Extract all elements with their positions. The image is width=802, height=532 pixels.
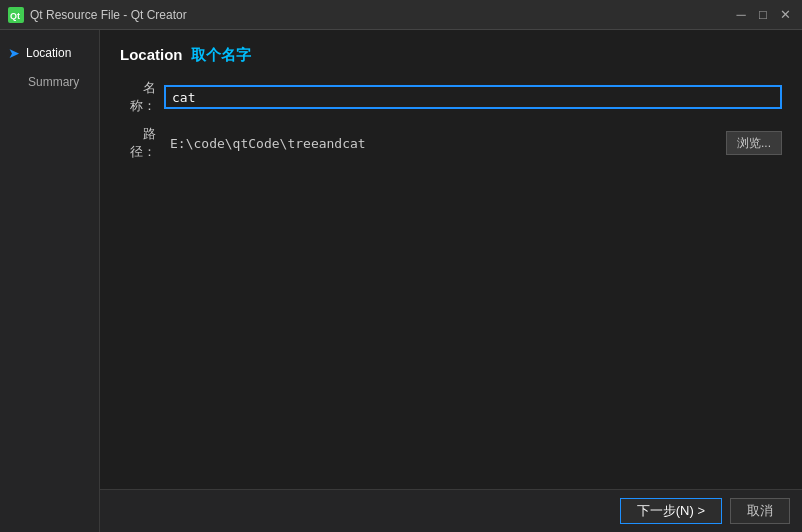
window-title: Qt Resource File - Qt Creator — [30, 8, 187, 22]
main-area: Location 取个名字 名称： 路径： E:\code\qtCode\tre… — [100, 30, 802, 489]
svg-text:Qt: Qt — [10, 11, 20, 21]
sidebar-summary-label: Summary — [28, 75, 79, 89]
page-title-row: Location 取个名字 — [120, 46, 782, 65]
path-value: E:\code\qtCode\treeandcat — [164, 133, 718, 154]
minimize-button[interactable]: ─ — [732, 6, 750, 24]
app-icon: Qt — [8, 7, 24, 23]
name-input[interactable] — [164, 85, 782, 109]
next-button[interactable]: 下一步(N) > — [620, 498, 722, 524]
bottom-bar: 下一步(N) > 取消 — [100, 489, 802, 532]
arrow-icon: ➤ — [8, 45, 20, 61]
page-title-location: Location — [120, 46, 183, 63]
path-row: 路径： E:\code\qtCode\treeandcat 浏览... — [120, 125, 782, 161]
dialog-body: ➤ Location Summary Location 取个名字 名称： — [0, 30, 802, 532]
sidebar-item-location[interactable]: ➤ Location — [0, 40, 99, 66]
form-section: 名称： 路径： E:\code\qtCode\treeandcat 浏览... — [120, 79, 782, 161]
sidebar-location-label: Location — [26, 46, 71, 60]
page-title-subtitle: 取个名字 — [191, 46, 251, 65]
close-button[interactable]: ✕ — [776, 6, 794, 24]
cancel-button[interactable]: 取消 — [730, 498, 790, 524]
path-label: 路径： — [120, 125, 156, 161]
name-row: 名称： — [120, 79, 782, 115]
name-label: 名称： — [120, 79, 156, 115]
title-bar-left: Qt Qt Resource File - Qt Creator — [8, 7, 187, 23]
sidebar: ➤ Location Summary — [0, 30, 100, 532]
title-bar: Qt Qt Resource File - Qt Creator ─ □ ✕ — [0, 0, 802, 30]
maximize-button[interactable]: □ — [754, 6, 772, 24]
title-bar-controls: ─ □ ✕ — [732, 6, 794, 24]
browse-button[interactable]: 浏览... — [726, 131, 782, 155]
sidebar-item-summary[interactable]: Summary — [0, 70, 99, 94]
